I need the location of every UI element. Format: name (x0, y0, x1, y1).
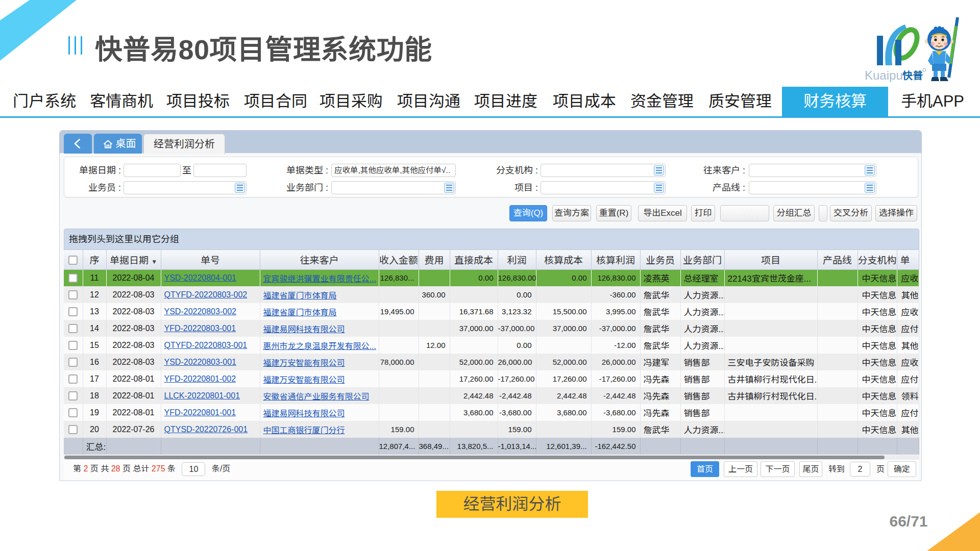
svg-text:Kuaipu: Kuaipu (865, 68, 903, 82)
svg-text:快普: 快普 (902, 67, 923, 82)
